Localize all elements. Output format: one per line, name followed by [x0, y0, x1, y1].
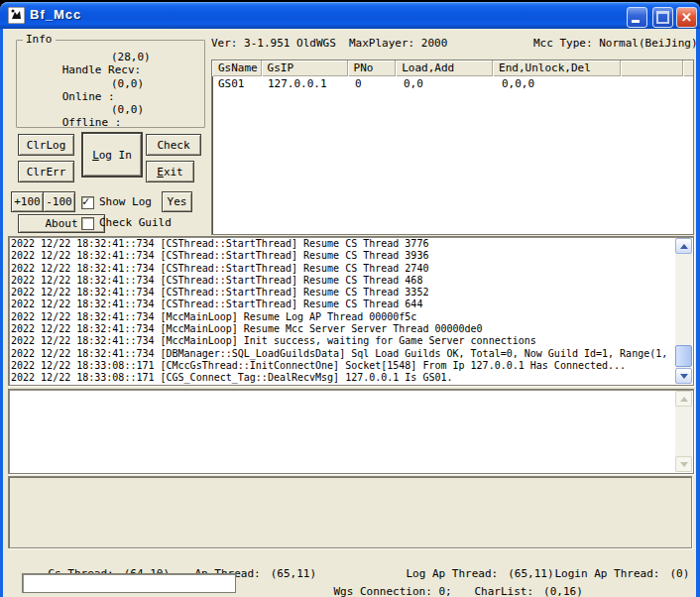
log-line: 2022 12/22 18:32:41::734 [CSThread::Star… — [11, 275, 674, 287]
minus100-label: -100 — [46, 195, 72, 208]
titlebar[interactable]: Bf_Mcc ✕ — [0, 2, 700, 29]
wgs-connection-status: Wgs Connection: 0; — [307, 572, 452, 597]
error-scrollbar[interactable] — [675, 391, 692, 472]
about-label: About — [45, 217, 77, 230]
maximize-button[interactable] — [652, 7, 673, 28]
maximize-icon — [656, 11, 669, 24]
handle-recv-value: (28,0) — [111, 51, 151, 63]
window-border-right — [696, 29, 700, 597]
window-title: Bf_Mcc — [30, 7, 81, 22]
log-line: 2022 12/22 18:33:08::171 [CMccGsThread::… — [11, 360, 674, 372]
app-window: Bf_Mcc ✕ Info Handle Recv: (28,0) Online… — [0, 0, 700, 597]
col-loadadd[interactable]: Load,Add — [396, 60, 493, 76]
online-label: Online : — [62, 90, 115, 103]
col-pno[interactable]: PNo — [348, 60, 397, 76]
log-line: 2022 12/22 18:32:41::734 [MccMainLoop] I… — [11, 335, 674, 347]
scroll-thumb[interactable] — [675, 345, 692, 367]
info-groupbox-title: Info — [23, 33, 56, 46]
yes-button[interactable]: Yes — [162, 191, 192, 212]
wgs-connection-label: Wgs Connection: — [334, 585, 432, 597]
col-endunlockdel[interactable]: End,Unlock,Del — [493, 60, 621, 76]
log-line: 2022 12/22 18:32:41::734 [CSThread::Star… — [11, 287, 674, 298]
plus100-label: +100 — [14, 195, 41, 208]
exit-button[interactable]: Exit — [146, 161, 194, 182]
log-scrollbar[interactable] — [675, 238, 692, 384]
log-line: 2022 12/22 18:32:41::734 [CSThread::Star… — [11, 298, 674, 310]
log-line: 2022 12/22 18:32:41::734 [CSThread::Star… — [11, 263, 674, 275]
clrlog-label: ClrLog — [27, 139, 66, 152]
error-output-area[interactable] — [8, 389, 694, 474]
show-log-label[interactable]: Show Log — [99, 195, 152, 208]
clrlog-button[interactable]: ClrLog — [18, 134, 74, 156]
minimize-icon — [632, 20, 640, 23]
log-line: 2022 12/22 18:32:41::734 [MccMainLoop] R… — [11, 323, 674, 335]
col-extra[interactable] — [621, 60, 683, 76]
clrerr-button[interactable]: ClrErr — [18, 161, 74, 182]
scroll-up-icon[interactable] — [675, 238, 692, 254]
table-row[interactable]: GS01 127.0.0.1 0 0,0 0,0,0 — [212, 76, 693, 91]
col-gsip[interactable]: GsIP — [262, 60, 348, 76]
log-line: 2022 12/22 18:32:41::734 [CSThread::Star… — [11, 250, 674, 262]
check-guild-label[interactable]: Check Guild — [99, 216, 172, 229]
log-output-area[interactable]: 2022 12/22 18:32:41::734 [CSThread::Star… — [8, 236, 694, 386]
game-server-table[interactable]: GsName GsIP PNo Load,Add End,Unlock,Del … — [211, 60, 694, 235]
charlist-label: CharList: — [475, 585, 534, 597]
plus100-button[interactable]: +100 — [11, 191, 44, 212]
version-text: Ver: 3-1.951 OldWGS — [211, 37, 336, 50]
close-icon: ✕ — [681, 11, 692, 24]
log-line: 2022 12/22 18:32:41::734 [MccMainLoop] R… — [11, 311, 674, 323]
login-ap-thread-value: (0) — [669, 567, 689, 580]
charlist-value: (0,16) — [543, 585, 583, 597]
command-input[interactable] — [22, 573, 236, 593]
col-gsname[interactable]: GsName — [212, 60, 262, 76]
yes-label: Yes — [168, 195, 187, 208]
error-scroll-down-icon[interactable] — [675, 456, 692, 472]
bottom-panel — [8, 476, 692, 548]
cell-pno: 0 — [349, 76, 398, 91]
log-lines: 2022 12/22 18:32:41::734 [CSThread::Star… — [11, 238, 674, 384]
table-header[interactable]: GsName GsIP PNo Load,Add End,Unlock,Del — [212, 60, 693, 76]
cell-endunlockdel: 0,0,0 — [496, 76, 625, 91]
check-label: Check — [157, 139, 189, 152]
clrerr-label: ClrErr — [27, 166, 66, 179]
log-line: 2022 12/22 18:32:41::734 [CSThread::Star… — [11, 238, 674, 250]
info-groupbox: Info Handle Recv: (28,0) Online : (0,0) … — [16, 40, 205, 128]
login-label: Log In — [92, 149, 132, 162]
online-value: (0,0) — [111, 77, 144, 90]
scroll-down-icon[interactable] — [675, 368, 692, 384]
mcctype-text: Mcc Type: Normal(BeiJing) — [533, 37, 698, 50]
minimize-button[interactable] — [627, 7, 647, 28]
offline-value: (0,0) — [111, 103, 144, 116]
check-guild-checkbox[interactable] — [81, 217, 94, 230]
maxplayer-text: MaxPlayer: 2000 — [349, 37, 447, 50]
close-button[interactable]: ✕ — [676, 7, 697, 28]
error-scroll-up-icon[interactable] — [675, 391, 692, 407]
log-line: 2022 12/22 18:32:41::734 [DBManager::SQL… — [11, 348, 674, 360]
show-log-checkbox[interactable] — [81, 196, 94, 209]
handle-recv-label: Handle Recv: — [62, 63, 141, 76]
app-icon — [8, 7, 25, 24]
cell-loadadd: 0,0 — [398, 76, 496, 91]
exit-label: Exit — [157, 166, 183, 179]
check-button[interactable]: Check — [146, 134, 201, 156]
charlist-status: CharList:(0,16) — [448, 572, 583, 597]
cell-gsip: 127.0.0.1 — [262, 76, 349, 91]
offline-label: Offline : — [62, 116, 122, 129]
login-button[interactable]: Log In — [81, 132, 143, 178]
minus100-button[interactable]: -100 — [43, 191, 75, 212]
cell-gsname: GS01 — [212, 76, 262, 91]
log-line: 2022 12/22 18:33:08::171 [CGS_Connect_Ta… — [11, 372, 674, 384]
window-border-left — [0, 29, 3, 597]
col-filler — [683, 60, 693, 76]
